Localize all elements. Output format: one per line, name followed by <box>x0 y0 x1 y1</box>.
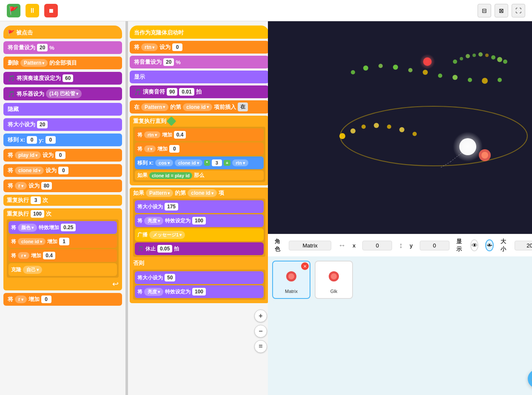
playid-value[interactable]: 0 <box>55 151 65 159</box>
show-eye-btn[interactable]: 👁 <box>470 239 479 251</box>
stop-button[interactable]: ⏹ <box>44 4 58 17</box>
note-val[interactable]: 90 <box>167 88 177 96</box>
pattern-dropdown3[interactable]: Pattern <box>146 189 173 197</box>
set-rtn-block[interactable]: 将 rtn 设为 0 <box>130 41 268 54</box>
brightness-block[interactable]: 将 亮度 特效设定为 100 <box>135 214 264 227</box>
cloneid-dropdown5[interactable]: clone id <box>188 189 216 197</box>
repeat-until-block[interactable]: 重复执行直到 将 rtn 增加 0.4 将 r 增加 <box>130 116 268 185</box>
r-inc2[interactable]: 0 <box>41 296 51 303</box>
clone-start-hat[interactable]: 当作为克隆体启动时 <box>130 26 268 39</box>
sprite-delete-matrix[interactable]: ✕ <box>301 262 309 270</box>
brightness-val[interactable]: 100 <box>192 217 206 224</box>
x-val[interactable]: 0 <box>27 136 37 144</box>
tempo-value[interactable]: 60 <box>63 74 73 82</box>
sprite-card-matrix[interactable]: ✕ Matrix <box>272 261 310 299</box>
rtn-dropdown1[interactable]: rtn <box>141 43 158 51</box>
playid-dropdown[interactable]: play id <box>15 151 41 159</box>
size50-val[interactable]: 50 <box>165 274 175 281</box>
repeat-count1[interactable]: 3 <box>31 196 41 204</box>
brightness-dropdown[interactable]: 亮度 <box>144 217 163 225</box>
brightness2-block[interactable]: 将 亮度 特效设定为 100 <box>135 285 264 298</box>
insert-val[interactable]: 在 <box>238 102 248 111</box>
size-value-20[interactable]: 20 <box>37 121 48 128</box>
insert-list-block[interactable]: 在 Pattern 的第 clone id 项前插入 在 <box>130 100 268 114</box>
rtn-dropdown3[interactable]: rtn <box>232 159 248 166</box>
rtn-value1[interactable]: 0 <box>172 43 182 51</box>
rtn-dropdown2[interactable]: rtn <box>144 131 160 138</box>
repeat-count2[interactable]: 100 <box>31 210 44 218</box>
repeat-100-block[interactable]: 重复执行 100 次 将 颜色 特效增加 0.25 将 clone i <box>3 208 122 290</box>
hide-eye-btn[interactable]: 👁 <box>485 239 494 251</box>
cloneid-dropdown3[interactable]: clone id <box>183 103 212 111</box>
set-instrument-block[interactable]: 🎵 将乐器设为 (14) 巴松管 <box>3 87 122 100</box>
broadcast-dropdown[interactable]: メッセージ1 <box>149 231 185 239</box>
sprite-name-input[interactable] <box>289 241 331 250</box>
zoom-in-button[interactable]: + <box>254 310 267 322</box>
r-inc1[interactable]: 0.4 <box>43 252 55 259</box>
cos-dropdown[interactable]: cos <box>155 159 173 166</box>
brightness2-val[interactable]: 100 <box>192 288 206 296</box>
note-beat[interactable]: 0.01 <box>179 88 194 96</box>
r-value[interactable]: 80 <box>41 182 52 190</box>
size175-val[interactable]: 175 <box>165 203 178 210</box>
color-dropdown[interactable]: 颜色 <box>18 224 37 232</box>
change-rtn-block[interactable]: 将 rtn 增加 0.4 <box>135 128 264 141</box>
size-input[interactable] <box>515 241 532 250</box>
pattern-dropdown2[interactable]: Pattern <box>141 103 168 111</box>
cloneid-dropdown4[interactable]: clone id <box>175 159 202 166</box>
hat-flag-block[interactable]: 🚩 被点击 <box>3 26 122 39</box>
volume-value[interactable]: 20 <box>37 44 48 51</box>
r-dropdown2[interactable]: r <box>18 252 29 259</box>
vol2-value[interactable]: 20 <box>163 58 174 66</box>
r-inc3[interactable]: 0 <box>169 145 179 153</box>
rest-val[interactable]: 0.05 <box>157 245 172 253</box>
cloneid-dropdown2[interactable]: clone id <box>18 238 46 245</box>
change-r-0-block[interactable]: 将 r 增加 0 <box>3 293 122 306</box>
color-effect-block[interactable]: 将 颜色 特效增加 0.25 <box>9 221 117 234</box>
layout-split-button[interactable]: ⊟ <box>478 4 491 17</box>
pattern-dropdown[interactable]: Pattern <box>20 59 48 67</box>
rtn-inc[interactable]: 0.4 <box>174 131 186 139</box>
zoom-out-button[interactable]: − <box>254 325 267 338</box>
size175-block[interactable]: 将大小设为 175 <box>135 200 264 213</box>
rest-block[interactable]: 🎵 休止 0.05 拍 <box>135 242 264 255</box>
set-r-block[interactable]: 将 r 设为 80 <box>3 179 122 192</box>
size50-block[interactable]: 将大小设为 50 <box>135 271 264 284</box>
change-r2-block[interactable]: 将 r 增加 0 <box>135 142 264 155</box>
play-note-block[interactable]: 🎵 演奏音符 90 0.01 拍 <box>130 85 268 98</box>
move-cos-block[interactable]: 移到 x: cos clone id * 3 + rtn <box>135 156 264 169</box>
delete-pattern-block[interactable]: 删除 Pattern 的全部项目 <box>3 57 122 69</box>
cloneid-inc[interactable]: 1 <box>59 238 69 245</box>
sprite-card-glk[interactable]: Glk <box>315 261 353 299</box>
clone-dropdown[interactable]: 自己 <box>23 266 42 274</box>
fullscreen-button[interactable]: ⛶ <box>512 4 525 17</box>
broadcast-block[interactable]: 广播 メッセージ1 <box>135 228 264 241</box>
hide-block[interactable]: 隐藏 <box>3 103 122 116</box>
green-flag-button[interactable]: 🚩 <box>7 4 20 17</box>
layout-full-button[interactable]: ⊠ <box>495 4 508 17</box>
set-vol2-block[interactable]: 将音量设为 20 % <box>130 56 268 68</box>
brightness2-dropdown[interactable]: 亮度 <box>144 288 163 296</box>
cloneid-value[interactable]: 0 <box>58 167 68 174</box>
pause-button[interactable]: ⏸ <box>26 4 39 17</box>
x-input[interactable] <box>362 241 392 250</box>
color-val[interactable]: 0.25 <box>61 224 76 231</box>
zoom-reset-button[interactable]: = <box>254 340 267 353</box>
y-input[interactable] <box>420 241 449 250</box>
cloneid-dropdown[interactable]: clone id <box>15 167 44 174</box>
mult-val[interactable]: 3 <box>212 159 222 166</box>
show-block[interactable]: 显示 <box>130 71 268 83</box>
y-val[interactable]: 0 <box>46 136 56 144</box>
set-size-block[interactable]: 将大小设为 20 <box>3 118 122 131</box>
r-dropdown4[interactable]: r <box>144 145 156 152</box>
set-cloneid-block[interactable]: 将 clone id 设为 0 <box>3 164 122 177</box>
set-volume-block[interactable]: 将音量设为 20 % <box>3 41 122 54</box>
instrument-dropdown[interactable]: (14) 巴松管 <box>46 89 82 98</box>
repeat-3-block[interactable]: 重复执行 3 次 <box>3 195 122 206</box>
r-dropdown3[interactable]: r <box>15 296 27 303</box>
r-dropdown1[interactable]: r <box>15 182 27 190</box>
add-sprite-button[interactable]: 🐱 + <box>528 369 532 388</box>
set-tempo-block[interactable]: 🎵 将演奏速度设定为 60 <box>3 72 122 85</box>
set-playid-block[interactable]: 将 play id 设为 0 <box>3 149 122 162</box>
clone-self-block[interactable]: 克隆 自己 <box>9 263 117 276</box>
